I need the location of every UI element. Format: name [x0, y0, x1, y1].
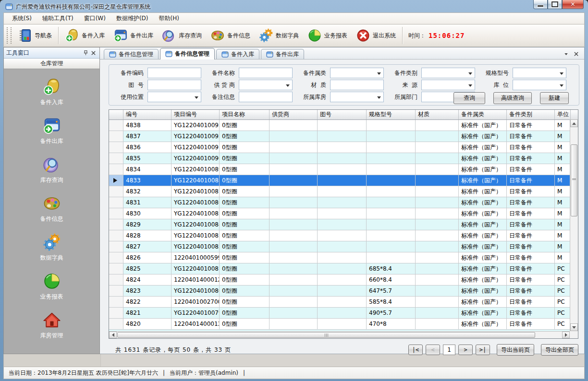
- table-row[interactable]: 482612204010005990型圈标准件（国产）日常备件M: [109, 252, 578, 263]
- toolbar-parts-info-button[interactable]: 备件信息: [206, 26, 255, 45]
- sidebar-item-stock-query[interactable]: 库存查询: [23, 155, 81, 184]
- first-page-button[interactable]: |<: [408, 345, 423, 355]
- column-header-4[interactable]: 图号: [318, 110, 367, 119]
- usage-position-combo[interactable]: [147, 92, 201, 102]
- location-combo[interactable]: [513, 80, 566, 90]
- supplier-combo[interactable]: [239, 80, 293, 90]
- pin-icon[interactable]: [82, 49, 89, 57]
- table-row[interactable]: 482012204014000130型圈470*8标准件（国产）日常备件PC: [109, 319, 578, 330]
- tab-parts-info-mgmt-2[interactable]: 备件信息管理: [160, 48, 215, 60]
- column-header-9[interactable]: 单位: [555, 110, 571, 119]
- table-row[interactable]: 4828YG122040100830型圈标准件（国产）日常备件M: [109, 230, 578, 241]
- menu-item-3[interactable]: 数据维护(D): [111, 13, 154, 24]
- toolbar-stock-query-button[interactable]: 库存查询: [158, 26, 206, 45]
- drawing-no-input[interactable]: [147, 80, 201, 90]
- row-selector-cell[interactable]: [109, 175, 123, 186]
- sidebar-item-warehouse-mgmt[interactable]: 库房管理: [23, 311, 81, 340]
- row-selector-header[interactable]: [109, 110, 123, 119]
- row-selector-cell[interactable]: [109, 252, 123, 263]
- table-row[interactable]: 4823YG122040100800型圈647*5.7标准件（国产）日常备件PC: [109, 286, 578, 297]
- row-selector-cell[interactable]: [109, 274, 123, 285]
- toolbar-business-report-button[interactable]: 业务报表: [303, 26, 352, 45]
- advanced-query-button[interactable]: 高级查询: [493, 92, 532, 104]
- part-name-input[interactable]: [239, 68, 293, 78]
- table-row[interactable]: 4825YG122040100810型圈685*8.4标准件（国产）日常备件PC: [109, 263, 578, 274]
- menu-item-2[interactable]: 窗口(W): [79, 13, 111, 24]
- new-button[interactable]: 新建: [540, 92, 569, 104]
- part-code-input[interactable]: [147, 68, 201, 78]
- table-row[interactable]: 4837YG122040100920型圈标准件（国产）日常备件M: [109, 131, 578, 142]
- menu-item-0[interactable]: 系统(S): [7, 13, 37, 24]
- sidebar-item-parts-inbound[interactable]: 备件入库: [23, 78, 81, 107]
- scroll-up-icon[interactable]: [570, 119, 578, 127]
- spec-model-combo[interactable]: [513, 68, 566, 78]
- row-selector-cell[interactable]: [109, 241, 123, 252]
- toolbar-data-dictionary-button[interactable]: 数据字典: [255, 26, 303, 45]
- toolbar-exit-system-button[interactable]: 退出系统: [352, 26, 400, 45]
- minimize-button[interactable]: [533, 0, 548, 9]
- table-row[interactable]: 482412204014000120型圈660*8.4标准件（国产）日常备件PC: [109, 274, 578, 286]
- source-combo[interactable]: [421, 80, 475, 90]
- export-all-pages-button[interactable]: 导出全部页: [541, 344, 578, 356]
- scroll-left-icon[interactable]: [109, 332, 117, 338]
- row-selector-cell[interactable]: [109, 308, 123, 318]
- row-selector-cell[interactable]: [109, 142, 123, 153]
- last-page-button[interactable]: >|: [476, 345, 490, 355]
- row-selector-cell[interactable]: [109, 263, 123, 274]
- row-selector-cell[interactable]: [109, 219, 123, 230]
- row-selector-cell[interactable]: [109, 230, 123, 241]
- tab-parts-outbound[interactable]: 备件出库: [261, 49, 304, 59]
- column-header-5[interactable]: 规格型号: [367, 110, 416, 119]
- horizontal-scrollbar[interactable]: [109, 331, 570, 338]
- row-selector-cell[interactable]: [109, 153, 123, 164]
- menu-item-4[interactable]: 帮助(H): [154, 13, 184, 24]
- table-row[interactable]: 4835YG122040100900型圈标准件（国产）日常备件M: [109, 153, 578, 164]
- remark-info-input[interactable]: [239, 92, 293, 102]
- table-row[interactable]: 4836YG122040100910型圈标准件（国产）日常备件M: [109, 142, 578, 153]
- tab-parts-inbound[interactable]: 备件入库: [216, 49, 259, 59]
- prev-page-button[interactable]: <: [426, 345, 440, 355]
- next-page-button[interactable]: >: [458, 345, 473, 355]
- column-header-0[interactable]: 编号: [123, 110, 172, 119]
- row-selector-cell[interactable]: [109, 286, 123, 296]
- table-row[interactable]: 4833YG122040100880型圈标准件（国产）日常备件M: [109, 175, 578, 186]
- table-row[interactable]: 4838YG122040100930型圈标准件（国产）日常备件M: [109, 120, 578, 131]
- row-selector-cell[interactable]: [109, 186, 123, 197]
- page-number-input[interactable]: [443, 345, 455, 355]
- export-current-page-button[interactable]: 导出当前页: [497, 344, 534, 356]
- column-header-6[interactable]: 材质: [416, 110, 459, 119]
- sidebar-item-business-report[interactable]: 业务报表: [23, 272, 81, 301]
- sidebar-item-parts-info[interactable]: 备件信息: [23, 194, 81, 223]
- toolbar-grip[interactable]: [7, 27, 12, 44]
- column-header-8[interactable]: 备件类别: [507, 110, 555, 119]
- tab-parts-info-mgmt-1[interactable]: 备件信息管理: [104, 49, 159, 59]
- menu-item-1[interactable]: 辅助工具(T): [37, 13, 79, 24]
- column-header-2[interactable]: 项目名称: [220, 110, 270, 119]
- toolbar-parts-inbound-button[interactable]: 备件入库: [61, 26, 109, 45]
- sidebar-item-parts-outbound[interactable]: 备件出库: [23, 117, 81, 145]
- part-class-combo[interactable]: [421, 68, 475, 78]
- column-header-7[interactable]: 备件属类: [459, 110, 507, 119]
- vertical-scrollbar-thumb[interactable]: [571, 144, 577, 216]
- horizontal-scrollbar-thumb[interactable]: [117, 332, 535, 338]
- column-header-3[interactable]: 供货商: [270, 110, 318, 119]
- maximize-button[interactable]: [548, 0, 562, 9]
- sidebar-group-warehouse[interactable]: 仓库管理: [4, 59, 99, 69]
- tab-close-icon[interactable]: [573, 51, 579, 57]
- table-row[interactable]: 4821YG122040100790型圈490*5.7标准件（国产）日常备件PC: [109, 308, 578, 319]
- scroll-down-icon[interactable]: [570, 323, 578, 331]
- close-button[interactable]: ✕: [562, 0, 584, 9]
- material-input[interactable]: [330, 80, 384, 90]
- row-selector-cell[interactable]: [109, 120, 123, 131]
- row-selector-cell[interactable]: [109, 208, 123, 219]
- part-attr-combo[interactable]: [330, 68, 384, 78]
- table-row[interactable]: 4832YG122040100870型圈标准件（国产）日常备件M: [109, 186, 578, 197]
- row-selector-cell[interactable]: [109, 319, 123, 329]
- row-selector-cell[interactable]: [109, 297, 123, 307]
- toolbar-nav-bar-button[interactable]: 导航条: [13, 26, 56, 45]
- table-row[interactable]: 4831YG122040100860型圈标准件（国产）日常备件M: [109, 197, 578, 208]
- panel-close-icon[interactable]: [89, 49, 97, 57]
- row-selector-cell[interactable]: [109, 131, 123, 142]
- table-row[interactable]: 4829YG122040100840型圈标准件（国产）日常备件M: [109, 219, 578, 230]
- scroll-right-icon[interactable]: [562, 332, 570, 338]
